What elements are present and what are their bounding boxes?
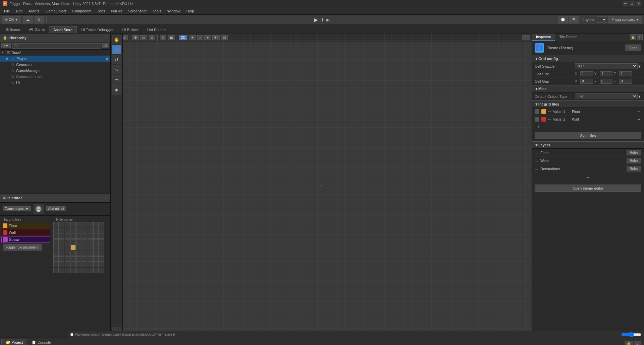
grid-cell[interactable] [70, 268, 76, 273]
grid-cell[interactable] [53, 262, 59, 267]
grid-cell[interactable] [70, 256, 76, 262]
grid-cell[interactable] [88, 239, 93, 245]
decorations-rules-button[interactable]: Rules [627, 166, 641, 171]
grid-cell[interactable] [82, 239, 87, 245]
grid-cell[interactable] [76, 228, 82, 233]
grid-cell[interactable] [59, 256, 64, 262]
menu-edit[interactable]: Edit [13, 8, 25, 14]
grid-cell[interactable] [65, 239, 70, 245]
grid-cell[interactable] [76, 239, 82, 245]
add-layer-button[interactable]: + [535, 174, 641, 181]
settings-button[interactable]: ⚙ [35, 16, 44, 23]
menu-assets[interactable]: Assets [26, 8, 42, 14]
sync-tiles-button[interactable]: Sync tiles [535, 132, 641, 139]
tab-project[interactable]: 📁 Project [1, 339, 27, 345]
grid-cell[interactable] [65, 245, 70, 250]
grid-cell[interactable] [65, 233, 70, 239]
cell-size-z[interactable] [619, 71, 632, 76]
grid-cell[interactable] [88, 262, 93, 267]
hand-tool[interactable]: ✋ [112, 35, 121, 44]
menu-nuget[interactable]: NuGet [109, 8, 125, 14]
tab-tile-palette[interactable]: Tile Palette [555, 33, 582, 41]
grid-cell[interactable] [82, 233, 87, 239]
menu-gameobject[interactable]: GameObject [43, 8, 69, 14]
tab-scene[interactable]: ⊞ Scene [1, 26, 24, 33]
grid-cell[interactable] [82, 228, 87, 233]
grid-cell[interactable] [53, 239, 59, 245]
add-int-grid-button[interactable]: + [535, 123, 543, 130]
hierarchy-item-menu[interactable]: ⋮ [105, 51, 109, 55]
grid-cell[interactable] [59, 239, 64, 245]
tab-hot-reload[interactable]: Hot Reload [143, 26, 170, 33]
menu-component[interactable]: Component [69, 8, 94, 14]
cell-gap-y[interactable] [600, 79, 612, 84]
grid-cell[interactable] [53, 228, 59, 233]
search-button[interactable]: 🔍 [569, 16, 579, 23]
rotate-tool[interactable]: ↺ [112, 55, 121, 64]
grid-cell[interactable] [53, 222, 59, 227]
add-hierarchy-button[interactable]: +▼ [1, 43, 11, 48]
inspector-lock[interactable]: 🔒 [630, 34, 636, 40]
grid-cell[interactable] [59, 251, 64, 256]
grid-cell[interactable] [82, 268, 87, 273]
tab-console[interactable]: 📋 Console [27, 339, 55, 345]
default-output-select[interactable]: Tile [575, 93, 638, 99]
hierarchy-menu-icon[interactable]: ⋮ [104, 36, 108, 40]
grid-cell[interactable] [93, 245, 99, 250]
floor-remove-button[interactable]: − [636, 109, 641, 114]
play-button[interactable]: ▶ [314, 17, 318, 22]
hierarchy-search[interactable] [12, 43, 101, 49]
grid-cell[interactable] [65, 228, 70, 233]
history-button[interactable]: 🕐 [558, 16, 568, 23]
tab-ui-toolkit[interactable]: UI Toolkit Debugger [77, 26, 118, 33]
menu-window[interactable]: Window [165, 8, 183, 14]
grid-cell[interactable] [76, 256, 82, 262]
grid-cell[interactable] [93, 222, 99, 227]
grid-cell[interactable] [82, 262, 87, 267]
grid-cell[interactable] [76, 222, 82, 227]
hierarchy-item-ui[interactable]: ⬡ UI [0, 80, 110, 86]
maximize-button[interactable]: □ [629, 1, 635, 6]
frigga-compact-button[interactable]: Frigga compact ▼ [608, 16, 642, 23]
menu-file[interactable]: File [1, 8, 13, 14]
move-tool[interactable]: ↔ [112, 45, 121, 54]
grid-cell[interactable] [88, 256, 93, 262]
hierarchy-item-generator[interactable]: ⬡ Generator [0, 62, 110, 68]
grid-cell[interactable] [53, 251, 59, 256]
grid-cell[interactable] [70, 228, 76, 233]
wall-pencil-icon[interactable]: ✏ [548, 117, 551, 122]
grid-cell[interactable] [59, 222, 64, 227]
close-button[interactable]: ✕ [636, 1, 641, 6]
grid-cell[interactable] [76, 268, 82, 273]
open-button[interactable]: Open [625, 45, 641, 51]
hierarchy-item-generated-level[interactable]: ⬡ Generated level [0, 74, 110, 80]
grid-cell[interactable] [99, 233, 104, 239]
grid-cell[interactable] [82, 251, 87, 256]
grid-cell[interactable] [88, 228, 93, 233]
grid-cell[interactable] [59, 262, 64, 267]
hierarchy-item-gamemanager[interactable]: ⬡ GameManager [0, 68, 110, 74]
add-object-button[interactable]: Add object [46, 206, 66, 211]
grid-cell[interactable] [93, 268, 99, 273]
game-objects-dropdown[interactable]: Game objects▼ [3, 206, 31, 211]
grid-cell[interactable] [93, 233, 99, 239]
grid-cell[interactable] [99, 262, 104, 267]
grid-cell[interactable] [59, 245, 64, 250]
grid-cell[interactable] [88, 222, 93, 227]
grid-cell[interactable] [99, 222, 104, 227]
menu-jobs[interactable]: Jobs [95, 8, 108, 14]
custom-tool[interactable]: ⊕ [112, 85, 121, 94]
grid-cell[interactable] [99, 256, 104, 262]
grid-cell[interactable] [99, 228, 104, 233]
cloud-button[interactable]: ☁ [23, 16, 33, 23]
grid-cell[interactable] [93, 239, 99, 245]
grid-cell[interactable] [99, 268, 104, 273]
grid-cell[interactable] [88, 268, 93, 273]
grid-cell[interactable] [70, 222, 76, 227]
hierarchy-item-docs[interactable]: ▼ 🎬 Docs* ⋮ [0, 50, 110, 56]
grid-cell[interactable] [65, 262, 70, 267]
grid-cell[interactable] [93, 251, 99, 256]
grid-cell[interactable] [53, 268, 59, 273]
grid-cell[interactable] [53, 233, 59, 239]
walls-rules-button[interactable]: Rules [627, 158, 641, 163]
